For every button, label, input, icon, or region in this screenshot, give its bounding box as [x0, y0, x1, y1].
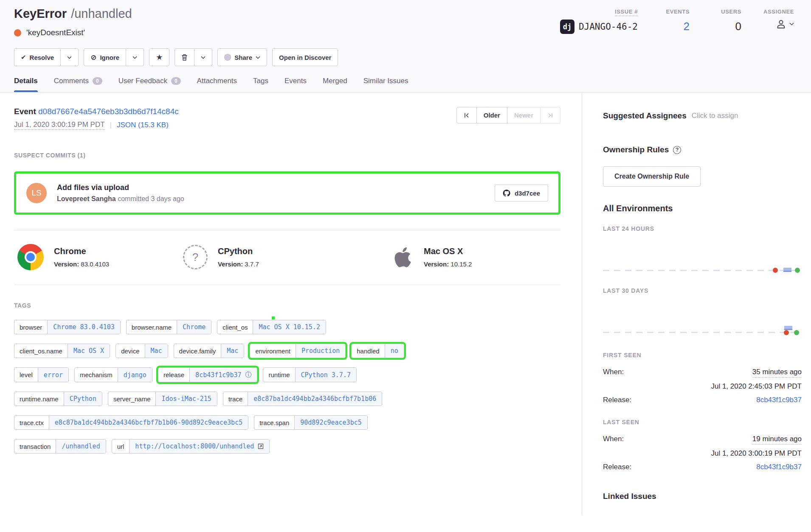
resolve-dropdown-button[interactable] — [61, 48, 79, 66]
tab-similar-issues[interactable]: Similar Issues — [363, 77, 408, 92]
event-id-link[interactable]: d08d7667e4a5476eb3b3db6d7f14c84c — [38, 107, 179, 116]
tag-browser: browserChrome 83.0.4103 — [14, 320, 121, 334]
tag-trace.span: trace.span90d892c9eace3bc5 — [254, 415, 368, 430]
tab-comments[interactable]: Comments0 — [54, 77, 102, 92]
tag-value-link[interactable]: Chrome — [177, 320, 211, 334]
tag-value-link[interactable]: /unhandled — [56, 440, 105, 453]
stat-users: USERS 0 — [712, 8, 741, 34]
chevron-down-icon — [789, 22, 794, 25]
users-count[interactable]: 0 — [735, 20, 741, 33]
event-json-link[interactable]: JSON (15.3 KB) — [117, 121, 169, 129]
info-icon[interactable]: ⓘ — [245, 371, 251, 379]
events-count[interactable]: 2 — [684, 20, 690, 33]
ownership-rules-heading: Ownership Rules ? — [603, 145, 802, 154]
all-environments-heading: All Environments — [603, 204, 802, 213]
event-timestamp: Jul 1, 2020 3:00:19 PM PDT — [14, 120, 105, 130]
help-icon[interactable]: ? — [673, 146, 681, 154]
tag-release: release8cb43f1c9b37ⓘ — [158, 367, 258, 382]
tag-value-link[interactable]: CPython — [64, 392, 102, 406]
resolve-button[interactable]: ✔Resolve — [14, 48, 61, 66]
sparkline-blue-bar — [783, 268, 791, 272]
tab-details[interactable]: Details — [14, 77, 38, 92]
tag-value-link[interactable]: 8cb43f1c9b37ⓘ — [189, 368, 257, 382]
click-to-assign-hint: Click to assign — [692, 112, 738, 120]
chevron-down-icon — [67, 56, 72, 59]
tag-value-link[interactable]: no — [385, 344, 404, 358]
tag-value-link[interactable]: Mac OS X — [68, 344, 110, 358]
tag-value-link[interactable]: Mac OS X 10.15.2 — [253, 320, 326, 334]
sparkline-baseline — [603, 270, 802, 271]
tag-value-link[interactable]: CPython 3.7.7 — [295, 368, 356, 382]
linked-issues-heading: Linked Issues — [603, 492, 802, 501]
chevron-down-icon — [132, 56, 137, 59]
stat-assignee: ASSIGNEE — [763, 8, 794, 34]
delete-button[interactable] — [175, 48, 194, 66]
stat-issue-number: ISSUE # dj DJANGO-46-2 — [560, 8, 638, 34]
events-label: EVENTS — [666, 8, 690, 15]
tag-device.family: device.familyMac — [174, 344, 245, 358]
skip-to-first-icon — [464, 112, 470, 118]
tag-row: runtime.nameCPythonserver_nameIdos-iMac-… — [14, 392, 560, 406]
ignore-button[interactable]: ⊘Ignore — [84, 48, 126, 66]
commit-sha-button[interactable]: d3d7cee — [495, 185, 548, 202]
tab-label: Similar Issues — [363, 77, 408, 85]
assignee-label: ASSIGNEE — [763, 8, 794, 15]
tag-url: urlhttp://localhost:8000/unhandled — [112, 439, 270, 454]
first-seen-block: When: 35 minutes ago Jul 1, 2020 2:45:03… — [603, 368, 802, 404]
ignore-dropdown-button[interactable] — [126, 48, 144, 66]
tab-user-feedback[interactable]: User Feedback0 — [118, 77, 181, 92]
committer-avatar: LS — [26, 183, 47, 203]
tab-label: Comments — [54, 77, 89, 85]
tag-value-link[interactable]: e8c87ba1dc494bb2a4346bcfbf7b1b06 — [248, 392, 382, 406]
tab-merged[interactable]: Merged — [323, 77, 347, 92]
bookmark-star-button[interactable]: ★ — [149, 48, 169, 66]
newer-event-button[interactable]: Newer — [507, 107, 541, 123]
django-project-icon: dj — [560, 20, 574, 34]
tag-row: transaction/unhandledurlhttp://localhost… — [14, 439, 560, 454]
tag-key: release — [158, 368, 189, 382]
share-globe-icon — [224, 54, 231, 61]
first-seen-release-link[interactable]: 8cb43f1c9b37 — [756, 396, 802, 404]
tag-value-link[interactable]: Mac — [145, 344, 168, 358]
delete-dropdown-button[interactable] — [194, 48, 212, 66]
tag-key: environment — [250, 344, 296, 358]
issue-sidebar: Suggested Assignees Click to assign Owne… — [582, 92, 811, 515]
oldest-event-button[interactable] — [456, 107, 477, 123]
tag-value-link[interactable]: Idos-iMac-215 — [155, 392, 217, 406]
tag-value-link[interactable]: 90d892c9eace3bc5 — [294, 416, 367, 429]
tab-tags[interactable]: Tags — [253, 77, 268, 92]
share-button[interactable]: Share — [217, 48, 267, 66]
error-level-dot — [14, 29, 21, 36]
tag-value-link[interactable]: Mac — [221, 344, 244, 358]
last-seen-relative-time: 19 minutes ago — [752, 435, 802, 445]
last-24-hours-label: LAST 24 HOURS — [603, 225, 802, 232]
open-in-discover-button[interactable]: Open in Discover — [272, 48, 338, 66]
tag-key: trace.span — [254, 416, 294, 429]
tab-label: Tags — [253, 77, 268, 85]
apple-logo-icon — [389, 244, 414, 270]
create-ownership-rule-button[interactable]: Create Ownership Rule — [603, 166, 701, 187]
assignee-dropdown[interactable] — [775, 18, 794, 30]
github-icon — [503, 189, 510, 197]
tag-value-link[interactable]: http://localhost:8000/unhandled — [129, 440, 269, 453]
stat-events: EVENTS 2 — [660, 8, 690, 34]
tag-trace: tracee8c87ba1dc494bb2a4346bcfbf7b1b06 — [223, 392, 382, 406]
tag-key: trace.ctx — [14, 416, 49, 429]
tab-events[interactable]: Events — [284, 77, 307, 92]
sparkline-red-marker — [784, 330, 789, 335]
older-event-button[interactable]: Older — [477, 107, 507, 123]
tags-heading: TAGS — [14, 302, 560, 309]
tag-value-link[interactable]: django — [118, 368, 152, 382]
tab-label: Details — [14, 77, 38, 85]
event-pagination: Older Newer — [456, 107, 560, 123]
last-seen-release-link[interactable]: 8cb43f1c9b37 — [756, 463, 802, 471]
tag-value-link[interactable]: error — [38, 368, 68, 382]
tag-value-link[interactable]: Chrome 83.0.4103 — [47, 320, 120, 334]
newest-event-button[interactable] — [541, 107, 560, 123]
tag-browser.name: browser.nameChrome — [126, 320, 211, 334]
tag-value-link[interactable]: Production — [296, 344, 345, 358]
tag-value-link[interactable]: e8c87ba1dc494bb2a4346bcfbf7b1b06-90d892c… — [49, 416, 248, 429]
tab-attachments[interactable]: Attachments — [197, 77, 237, 92]
skip-to-last-icon — [547, 112, 553, 118]
issue-short-id: DJANGO-46-2 — [579, 22, 638, 32]
